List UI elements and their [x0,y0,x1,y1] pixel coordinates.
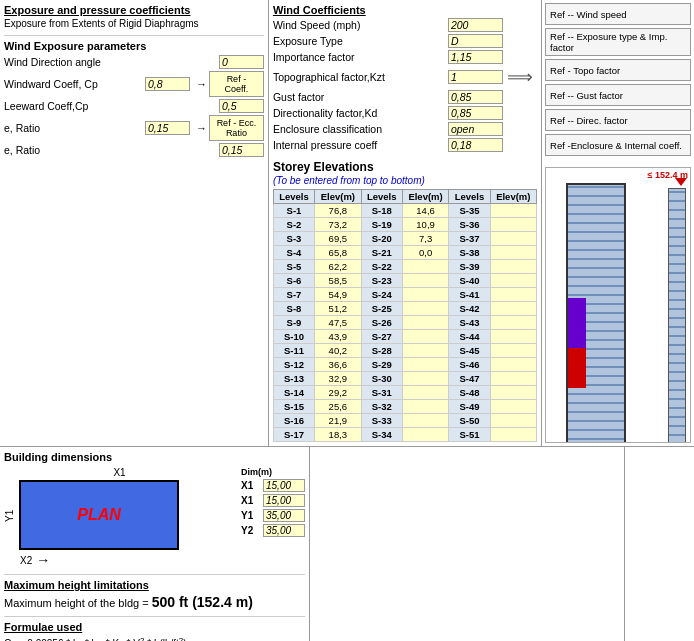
list-item[interactable]: 25,6 [315,400,362,414]
list-item[interactable] [402,260,449,274]
list-item[interactable] [490,428,537,442]
list-item[interactable] [490,386,537,400]
list-item[interactable] [490,274,537,288]
list-item[interactable] [402,274,449,288]
list-item[interactable] [402,414,449,428]
list-item[interactable] [402,386,449,400]
list-item[interactable]: 40,2 [315,344,362,358]
list-item[interactable] [402,316,449,330]
list-item: S-29 [361,358,402,372]
list-item: S-44 [449,330,490,344]
list-item[interactable]: 51,2 [315,302,362,316]
direction-value[interactable]: 0 [219,55,264,69]
list-item[interactable] [490,260,537,274]
storey-table: Levels Elev(m) Levels Elev(m) Levels Ele… [273,189,537,442]
exposure-type-value[interactable]: D [448,34,503,48]
list-item: S-38 [449,246,490,260]
direc-value[interactable]: 0,85 [448,106,503,120]
list-item[interactable] [490,204,537,218]
list-item[interactable]: 76,8 [315,204,362,218]
dim-x1-lbl2: X1 [241,495,263,506]
list-item[interactable]: 65,8 [315,246,362,260]
e-ratio1-value[interactable]: 0,15 [145,121,190,135]
list-item: S-40 [449,274,490,288]
formulae-title: Formulae used [4,621,305,633]
list-item: S-21 [361,246,402,260]
list-item: S-49 [449,400,490,414]
list-item[interactable] [402,288,449,302]
topo-value[interactable]: 1 [448,70,503,84]
list-item[interactable] [402,400,449,414]
gust-row: Gust factor 0,85 [273,90,537,104]
plan-box: PLAN [19,480,179,550]
list-item[interactable] [490,288,537,302]
list-item[interactable] [402,428,449,442]
ref-coeff-box: Ref - Coeff. [209,71,264,97]
list-item[interactable] [490,400,537,414]
list-item[interactable] [490,330,537,344]
list-item[interactable]: 36,6 [315,358,362,372]
windward-row: Windward Coeff, Cp 0,8 → Ref - Coeff. [4,71,264,97]
list-item[interactable] [402,344,449,358]
enclosure-value[interactable]: open [448,122,503,136]
list-item[interactable]: 62,2 [315,260,362,274]
list-item: S-43 [449,316,490,330]
col-header-elev1: Elev(m) [315,190,362,204]
list-item[interactable]: 10,9 [402,218,449,232]
col-header-elev3: Elev(m) [490,190,537,204]
dim-x1-row1: X1 15,00 [241,479,305,492]
leeward-row: Leeward Coeff,Cp 0,5 [4,99,264,113]
col-header-elev2: Elev(m) [402,190,449,204]
list-item: S-6 [273,274,314,288]
internal-value[interactable]: 0,18 [448,138,503,152]
list-item[interactable]: 14,6 [402,204,449,218]
dim-y2-val[interactable]: 35,00 [263,524,305,537]
list-item[interactable] [490,358,537,372]
list-item[interactable] [402,358,449,372]
dim-y1-val[interactable]: 35,00 [263,509,305,522]
list-item[interactable] [490,372,537,386]
right-spacer [625,447,694,641]
list-item[interactable]: 47,5 [315,316,362,330]
list-item: S-26 [361,316,402,330]
list-item[interactable] [490,414,537,428]
list-item[interactable]: 18,3 [315,428,362,442]
leeward-value[interactable]: 0,5 [219,99,264,113]
list-item[interactable]: 32,9 [315,372,362,386]
list-item[interactable] [402,302,449,316]
list-item[interactable] [490,302,537,316]
dim-x1-val2[interactable]: 15,00 [263,494,305,507]
list-item[interactable]: 69,5 [315,232,362,246]
list-item[interactable] [490,246,537,260]
list-item[interactable]: 54,9 [315,288,362,302]
list-item: S-35 [449,204,490,218]
wind-speed-value[interactable]: 200 [448,18,503,32]
list-item[interactable] [490,232,537,246]
list-item[interactable] [402,372,449,386]
list-item: S-24 [361,288,402,302]
gust-value[interactable]: 0,85 [448,90,503,104]
list-item[interactable]: 21,9 [315,414,362,428]
arrow-ecc: → [196,122,207,134]
list-item[interactable]: 0,0 [402,246,449,260]
list-item[interactable] [402,330,449,344]
list-item[interactable]: 43,9 [315,330,362,344]
list-item[interactable]: 7,3 [402,232,449,246]
list-item[interactable] [490,316,537,330]
right-hatching [668,188,686,443]
list-item[interactable]: 73,2 [315,218,362,232]
storey-title: Storey Elevations [273,160,537,174]
dim-x1-val1[interactable]: 15,00 [263,479,305,492]
list-item: S-9 [273,316,314,330]
windward-value[interactable]: 0,8 [145,77,190,91]
max-height-value: 500 ft (152.4 m) [152,594,253,610]
e-ratio2-value[interactable]: 0,15 [219,143,264,157]
list-item[interactable]: 58,5 [315,274,362,288]
list-item[interactable] [490,218,537,232]
exposure-title: Exposure and pressure coefficients [4,4,264,16]
direction-label: Wind Direction angle [4,56,219,68]
list-item[interactable]: 29,2 [315,386,362,400]
list-item: S-36 [449,218,490,232]
importance-value[interactable]: 1,15 [448,50,503,64]
list-item[interactable] [490,344,537,358]
